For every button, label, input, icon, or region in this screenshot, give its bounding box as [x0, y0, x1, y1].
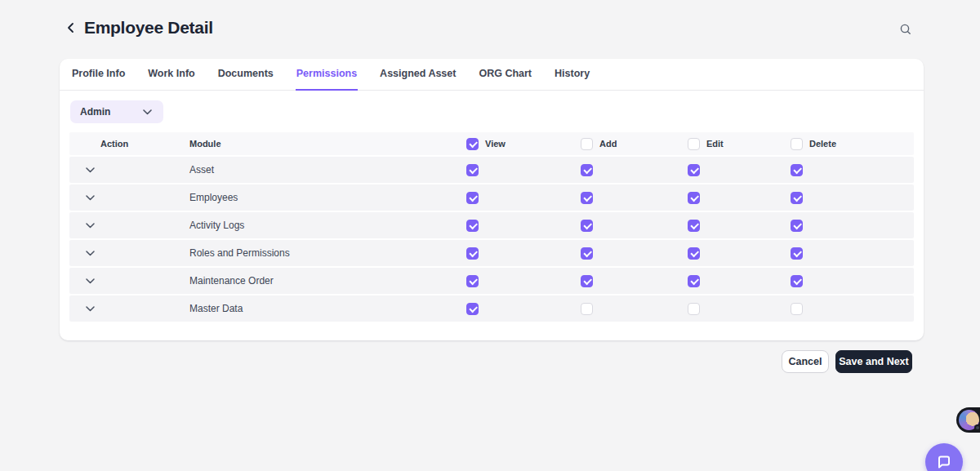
tab-permissions[interactable]: Permissions	[296, 68, 358, 91]
page-header: Employee Detail	[61, 18, 919, 38]
view-checkbox[interactable]	[466, 247, 479, 260]
expand-row-button[interactable]	[69, 306, 189, 312]
edit-checkbox[interactable]	[688, 192, 700, 204]
column-module: Module	[189, 139, 466, 149]
back-button[interactable]	[61, 18, 81, 38]
table-row: Master Data	[69, 295, 914, 322]
table-header-row: Action Module View Add Edit Delete	[69, 132, 914, 155]
chat-button[interactable]	[925, 443, 963, 471]
page-title: Employee Detail	[84, 18, 213, 38]
add-checkbox[interactable]	[581, 303, 593, 315]
save-and-next-button[interactable]: Save and Next	[835, 350, 912, 373]
chevron-down-icon	[86, 278, 95, 284]
edit-checkbox[interactable]	[688, 247, 700, 260]
chevron-down-icon	[86, 195, 95, 201]
employee-detail-page: Employee Detail Profile Info Work Info D…	[0, 0, 980, 471]
view-checkbox[interactable]	[466, 220, 479, 232]
delete-checkbox[interactable]	[791, 192, 803, 204]
chevron-down-icon	[86, 306, 95, 312]
tab-assigned-asset[interactable]: Assigned Asset	[379, 68, 457, 91]
module-name: Master Data	[189, 303, 466, 314]
table-row: Employees	[69, 184, 914, 211]
chevron-down-icon	[86, 251, 95, 256]
delete-checkbox[interactable]	[791, 275, 803, 287]
delete-checkbox[interactable]	[791, 303, 803, 315]
delete-all-checkbox[interactable]	[791, 138, 803, 150]
column-edit: Edit	[688, 138, 791, 150]
permissions-table: Action Module View Add Edit Delete	[69, 132, 914, 322]
table-row: Roles and Permissions	[69, 240, 914, 266]
edit-checkbox[interactable]	[688, 275, 700, 287]
view-checkbox[interactable]	[466, 192, 479, 204]
column-view-label: View	[485, 139, 506, 149]
delete-checkbox[interactable]	[791, 247, 803, 260]
column-view: View	[466, 138, 581, 150]
chevron-left-icon	[65, 22, 77, 33]
module-name: Roles and Permissions	[189, 247, 466, 259]
add-checkbox[interactable]	[581, 220, 593, 232]
expand-row-button[interactable]	[69, 278, 189, 284]
edit-checkbox[interactable]	[688, 164, 700, 176]
column-edit-label: Edit	[706, 139, 724, 149]
role-dropdown-row: Admin	[60, 91, 924, 132]
column-add: Add	[581, 138, 688, 150]
expand-row-button[interactable]	[69, 223, 189, 229]
view-checkbox[interactable]	[466, 275, 479, 287]
expand-row-button[interactable]	[69, 251, 189, 256]
view-checkbox[interactable]	[466, 164, 479, 176]
tab-documents[interactable]: Documents	[217, 68, 274, 91]
footer-actions: Cancel Save and Next	[782, 350, 912, 373]
table-row: Asset	[69, 157, 914, 183]
edit-checkbox[interactable]	[688, 303, 700, 315]
column-delete: Delete	[791, 138, 914, 150]
delete-checkbox[interactable]	[791, 164, 803, 176]
expand-row-button[interactable]	[69, 167, 189, 173]
role-dropdown-value: Admin	[80, 106, 110, 118]
avatar-widget[interactable]	[956, 407, 980, 433]
search-button[interactable]	[897, 20, 915, 38]
column-add-label: Add	[599, 139, 617, 149]
search-icon	[899, 23, 912, 36]
delete-checkbox[interactable]	[791, 220, 803, 232]
column-delete-label: Delete	[809, 139, 836, 149]
chevron-down-icon	[86, 167, 95, 173]
column-action: Action	[69, 139, 189, 149]
table-row: Activity Logs	[69, 212, 914, 238]
module-name: Activity Logs	[189, 220, 466, 231]
tab-work-info[interactable]: Work Info	[147, 68, 195, 91]
chevron-down-icon	[86, 223, 95, 229]
role-dropdown[interactable]: Admin	[70, 100, 163, 123]
avatar	[959, 410, 979, 430]
module-name: Asset	[189, 164, 466, 176]
add-checkbox[interactable]	[581, 247, 593, 260]
permissions-card: Profile Info Work Info Documents Permiss…	[60, 59, 924, 340]
edit-all-checkbox[interactable]	[688, 138, 700, 150]
view-all-checkbox[interactable]	[466, 138, 479, 150]
view-checkbox[interactable]	[466, 303, 479, 315]
tab-profile-info[interactable]: Profile Info	[71, 68, 126, 91]
tab-history[interactable]: History	[554, 68, 590, 91]
expand-row-button[interactable]	[69, 195, 189, 201]
tab-bar: Profile Info Work Info Documents Permiss…	[60, 59, 924, 91]
add-checkbox[interactable]	[581, 275, 593, 287]
cancel-button[interactable]: Cancel	[782, 350, 829, 373]
module-name: Employees	[189, 192, 466, 203]
add-all-checkbox[interactable]	[581, 138, 593, 150]
add-checkbox[interactable]	[581, 164, 593, 176]
edit-checkbox[interactable]	[688, 220, 700, 232]
add-checkbox[interactable]	[581, 192, 593, 204]
chevron-down-icon	[143, 109, 152, 115]
chat-bubble-icon	[935, 453, 953, 471]
tab-org-chart[interactable]: ORG Chart	[478, 68, 532, 91]
avatar-status-dot	[974, 424, 980, 431]
module-name: Maintenance Order	[189, 275, 466, 287]
table-row: Maintenance Order	[69, 268, 914, 294]
